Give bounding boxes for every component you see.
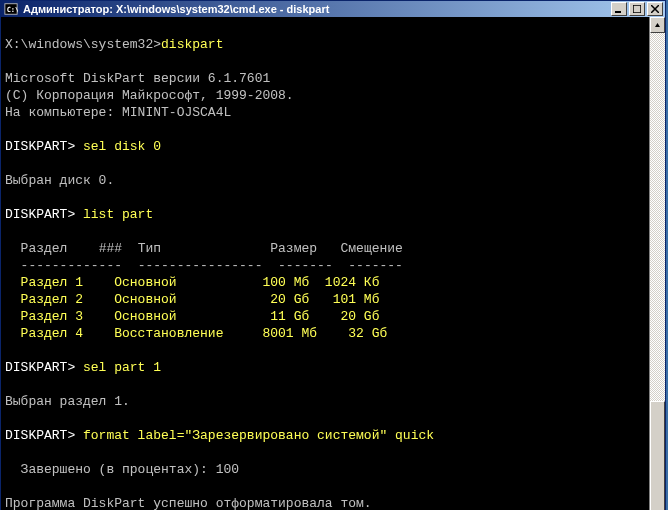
vertical-scrollbar[interactable] bbox=[649, 17, 665, 510]
maximize-button[interactable] bbox=[629, 2, 645, 16]
table-row: Раздел 2 Основной 20 Gб 101 Мб bbox=[5, 292, 379, 307]
table-header: Раздел ### Тип Размер Смещение bbox=[5, 241, 403, 256]
minimize-button[interactable] bbox=[611, 2, 627, 16]
command-sel-part1: sel part 1 bbox=[83, 360, 161, 375]
scroll-up-button[interactable] bbox=[650, 17, 665, 33]
diskpart-copyright: (C) Корпорация Майкрософт, 1999-2008. bbox=[5, 88, 294, 103]
table-row: Раздел 3 Основной 11 Gб 20 Gб bbox=[5, 309, 379, 324]
msg-part1-selected: Выбран раздел 1. bbox=[5, 394, 130, 409]
scroll-track[interactable] bbox=[650, 33, 665, 510]
diskpart-prompt: DISKPART> bbox=[5, 360, 83, 375]
diskpart-prompt: DISKPART> bbox=[5, 139, 83, 154]
msg-format-ok1: Программа DiskPart успешно отформатирова… bbox=[5, 496, 372, 510]
diskpart-computer: На компьютере: MININT-OJSCA4L bbox=[5, 105, 231, 120]
cmd-icon: C:\ bbox=[3, 1, 19, 17]
scroll-thumb[interactable] bbox=[650, 401, 665, 510]
svg-text:C:\: C:\ bbox=[7, 6, 18, 14]
msg-disk-selected: Выбран диск 0. bbox=[5, 173, 114, 188]
console-output[interactable]: X:\windows\system32>diskpart Microsoft D… bbox=[1, 17, 649, 510]
svg-rect-2 bbox=[615, 11, 621, 13]
command-format1: format label="Зарезервировано системой" … bbox=[83, 428, 434, 443]
cmd-window: C:\ Администратор: X:\windows\system32\c… bbox=[0, 0, 666, 510]
command-diskpart: diskpart bbox=[161, 37, 223, 52]
table-row: Раздел 4 Восстановление 8001 Мб 32 Gб bbox=[5, 326, 387, 341]
close-button[interactable] bbox=[647, 2, 663, 16]
svg-rect-3 bbox=[633, 5, 641, 13]
table-row: Раздел 1 Основной 100 Мб 1024 Кб bbox=[5, 275, 379, 290]
command-list-part: list part bbox=[83, 207, 153, 222]
command-sel-disk: sel disk 0 bbox=[83, 139, 161, 154]
table-divider: ------------- ---------------- ------- -… bbox=[5, 258, 403, 273]
diskpart-version: Microsoft DiskPart версии 6.1.7601 bbox=[5, 71, 270, 86]
titlebar[interactable]: C:\ Администратор: X:\windows\system32\c… bbox=[1, 1, 665, 17]
shell-prompt: X:\windows\system32> bbox=[5, 37, 161, 52]
window-title: Администратор: X:\windows\system32\cmd.e… bbox=[23, 3, 611, 15]
diskpart-prompt: DISKPART> bbox=[5, 428, 83, 443]
window-controls bbox=[611, 2, 663, 16]
msg-progress1: Завершено (в процентах): 100 bbox=[5, 462, 239, 477]
diskpart-prompt: DISKPART> bbox=[5, 207, 83, 222]
